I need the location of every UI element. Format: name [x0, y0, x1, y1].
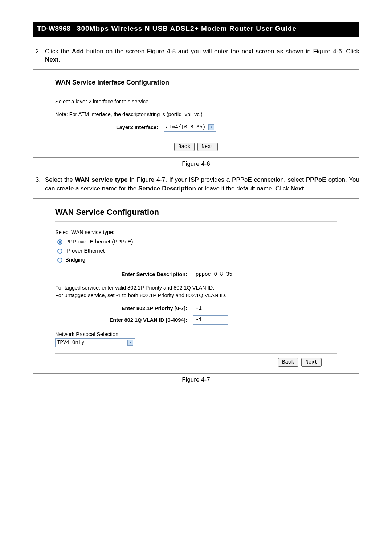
step-2-number: 2.	[33, 47, 45, 65]
ref-fig46: Figure 4-6	[313, 48, 342, 55]
chevron-down-icon: ▾	[127, 340, 133, 346]
b: PPPoE	[306, 176, 326, 183]
t: . Click	[342, 48, 359, 55]
t: .	[58, 56, 60, 63]
panel1-heading: WAN Service Interface Configuration	[55, 78, 337, 87]
radio-ipoe-label: IP over Ethernet	[65, 247, 105, 254]
ref-fig47: Figure 4-7	[137, 176, 166, 183]
vlan-label: Enter 802.1Q VLAN ID [0-4094]:	[55, 316, 193, 324]
layer2-select[interactable]: atm4/(0_8_35) ▾	[164, 123, 216, 132]
step-2: 2. Click the Add button on the screen Fi…	[33, 47, 359, 65]
step-3-number: 3.	[33, 176, 45, 193]
next-button[interactable]: Next	[197, 143, 218, 151]
t: Click the	[45, 48, 72, 55]
back-button[interactable]: Back	[278, 358, 298, 367]
panel2-button-row: Back Next	[55, 357, 337, 367]
panel1-button-row: Back Next	[55, 142, 337, 151]
b: Service Description	[138, 185, 196, 192]
t: button on the screen	[84, 48, 147, 55]
step-3: 3. Select the WAN service type in Figure…	[33, 176, 359, 193]
t: Select the	[45, 176, 75, 183]
radio-bridging-label: Bridging	[65, 257, 85, 263]
t: or leave it the default name. Click	[196, 185, 291, 192]
fig46-caption: Figure 4-6	[33, 160, 359, 168]
vlan-input[interactable]: -1	[193, 315, 228, 325]
doc-title: 300Mbps Wireless N USB ADSL2+ Modem Rout…	[75, 22, 359, 36]
layer2-value: atm4/(0_8_35)	[166, 124, 205, 131]
tag-line1: For tagged service, enter valid 802.1P P…	[55, 284, 337, 291]
proto-value: IPV4 Only	[57, 339, 85, 346]
svc-desc-label: Enter Service Description:	[55, 271, 193, 278]
panel1-line2: Note: For ATM interface, the descriptor …	[55, 111, 337, 118]
prio-label: Enter 802.1P Priority [0-7]:	[55, 305, 193, 312]
radio-ipoe-row[interactable]: IP over Ethernet	[57, 247, 337, 254]
layer2-label: Layer2 Interface:	[55, 124, 164, 131]
radio-pppoe-row[interactable]: PPP over Ethernet (PPPoE)	[57, 238, 337, 245]
svc-desc-input[interactable]: pppoe_0_8_35	[193, 270, 262, 279]
b: WAN service type	[75, 176, 128, 183]
b: Next	[291, 185, 304, 192]
proto-select[interactable]: IPV4 Only ▾	[55, 338, 135, 347]
bold-next: Next	[45, 56, 58, 63]
panel2-heading: WAN Service Configuration	[55, 207, 337, 218]
t: . If your ISP provides a PPPoE connectio…	[166, 176, 306, 183]
radio-pppoe-label: PPP over Ethernet (PPPoE)	[65, 238, 133, 245]
panel-wan-interface: WAN Service Interface Configuration Sele…	[33, 69, 359, 158]
radio-pppoe[interactable]	[57, 239, 62, 245]
back-button[interactable]: Back	[174, 143, 195, 151]
bold-add: Add	[72, 48, 84, 55]
tag-line2: For untagged service, set -1 to both 802…	[55, 292, 337, 299]
t: .	[304, 185, 306, 192]
t: and you will enter the next screen as sh…	[176, 48, 313, 55]
radio-bridging-row[interactable]: Bridging	[57, 256, 337, 263]
chevron-down-icon: ▾	[208, 124, 214, 130]
doc-header: TD-W8968 300Mbps Wireless N USB ADSL2+ M…	[33, 22, 359, 37]
model-badge: TD-W8968	[33, 22, 75, 36]
ref-fig45: Figure 4-5	[147, 48, 176, 55]
t: in	[128, 176, 137, 183]
next-button[interactable]: Next	[301, 358, 322, 367]
panel1-line1: Select a layer 2 interface for this serv…	[55, 98, 337, 105]
step-2-text: Click the Add button on the screen Figur…	[45, 47, 359, 65]
radio-ipoe[interactable]	[57, 249, 62, 254]
step-3-text: Select the WAN service type in Figure 4-…	[45, 176, 359, 193]
proto-label: Network Protocal Selection:	[55, 331, 337, 338]
panel-wan-service: WAN Service Configuration Select WAN ser…	[33, 198, 359, 374]
prio-input[interactable]: -1	[193, 304, 228, 313]
fig47-caption: Figure 4-7	[33, 376, 359, 384]
radio-bridging[interactable]	[57, 258, 62, 263]
select-wan-label: Select WAN service type:	[55, 229, 337, 236]
